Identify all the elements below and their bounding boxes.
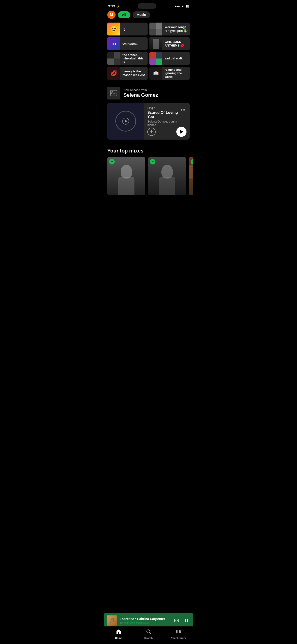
spotify-icon-3 — [192, 160, 194, 163]
new-release-texts: New release from Selena Gomez — [124, 88, 158, 98]
playing-indicator — [184, 27, 188, 31]
quick-item-reading-label: reading and ignoring the world — [162, 68, 190, 79]
new-release-section: New release from Selena Gomez Single Sca… — [104, 84, 194, 143]
svg-point-5 — [110, 160, 114, 163]
release-card-art — [107, 103, 144, 140]
release-bottom — [147, 127, 186, 137]
image-icon — [110, 90, 118, 96]
quick-item-smiley[interactable]: 😊 :') — [107, 22, 148, 36]
release-card[interactable]: Single Scared Of Loving You Selena Gomez… — [107, 103, 190, 140]
quick-item-smiley-art: 😊 — [107, 22, 120, 36]
svg-marker-4 — [180, 130, 183, 134]
quick-item-sad-girl[interactable]: sad girl walk — [150, 52, 190, 65]
quick-item-reading-art: 📖 — [150, 67, 162, 80]
quick-item-money[interactable]: 💋 money is the reason we exist — [107, 67, 148, 80]
svg-rect-0 — [110, 90, 117, 96]
status-icons: ●●● ▲ ▮▯ — [174, 4, 189, 8]
quick-item-on-repeat-art: ∞ — [107, 37, 120, 50]
mix-card-1[interactable] — [107, 157, 145, 195]
status-time: 9:19 — [108, 4, 115, 8]
mix-card-1-img — [107, 157, 145, 195]
mixes-row — [104, 157, 194, 200]
avatar-button[interactable]: M — [107, 10, 116, 19]
quick-item-archer-art — [107, 52, 120, 65]
quick-item-smiley-label: :') — [120, 27, 128, 31]
new-release-artist: Selena Gomez — [124, 92, 158, 98]
svg-point-6 — [151, 160, 154, 163]
spotify-logo-1 — [109, 159, 115, 164]
record-circle — [115, 111, 136, 132]
quick-item-girl-boss[interactable]: GIRL BOSS ANTHEMS 💋 — [150, 37, 190, 50]
quick-item-archer[interactable]: the archer, mirrorball, this is... — [107, 52, 148, 65]
quick-item-sad-label: sad girl walk — [162, 57, 185, 60]
quick-item-workout[interactable]: Workout songs for gym girls 🔥 — [150, 22, 190, 36]
top-mixes-title: Your top mixes — [104, 143, 194, 157]
record-center — [125, 120, 127, 122]
quick-item-money-label: money is the reason we exist — [120, 70, 148, 77]
release-text-block: Single Scared Of Loving You Selena Gomez… — [147, 106, 180, 127]
quick-item-on-repeat-label: On Repeat — [120, 42, 140, 46]
filter-music[interactable]: Music — [132, 11, 150, 18]
status-bar: 9:19 🌙 ●●● ▲ ▮▯ — [104, 0, 194, 10]
release-top: Single Scared Of Loving You Selena Gomez… — [147, 106, 186, 127]
release-type: Single — [147, 106, 180, 110]
quick-item-sad-art — [150, 52, 162, 65]
more-options-button[interactable]: ••• — [180, 106, 186, 114]
spotify-icon — [110, 160, 114, 163]
filter-row: M All Music — [104, 10, 194, 22]
release-title: Scared Of Loving You — [147, 110, 180, 119]
quick-item-reading[interactable]: 📖 reading and ignoring the world — [150, 67, 190, 80]
release-card-info: Single Scared Of Loving You Selena Gomez… — [144, 103, 190, 140]
play-button[interactable] — [176, 127, 186, 137]
new-release-from-label: New release from — [124, 88, 158, 92]
avatar-letter: M — [110, 13, 113, 17]
quick-item-workout-art — [150, 22, 162, 36]
battery-icon: ▮▯ — [186, 4, 189, 8]
plus-icon — [149, 130, 154, 134]
play-icon — [179, 130, 184, 134]
mix-card-2[interactable] — [148, 157, 186, 195]
quick-item-girl-boss-art — [150, 37, 162, 50]
spotify-icon-2 — [151, 160, 154, 163]
spotify-logo-2 — [150, 159, 156, 164]
quick-item-on-repeat[interactable]: ∞ On Repeat — [107, 37, 148, 50]
quick-item-archer-label: the archer, mirrorball, this is... — [120, 53, 148, 64]
add-to-library-button[interactable] — [147, 128, 156, 136]
quick-item-money-art: 💋 — [107, 67, 120, 80]
new-release-header: New release from Selena Gomez — [107, 86, 190, 100]
dynamic-island — [138, 3, 156, 9]
mix-card-3[interactable] — [189, 157, 194, 195]
signal-icon: ●●● — [174, 4, 180, 8]
record-inner — [122, 118, 129, 124]
new-release-icon — [107, 86, 120, 100]
status-moon-icon: 🌙 — [116, 4, 120, 8]
quick-item-girl-boss-label: GIRL BOSS ANTHEMS 💋 — [162, 40, 190, 47]
mix-card-2-img — [148, 157, 186, 195]
filter-all[interactable]: All — [118, 11, 130, 18]
quick-grid: 😊 :') Workout songs for gym girls 🔥 ∞ On… — [104, 22, 194, 84]
release-artists: Selena Gomez, benny blanco — [147, 120, 180, 127]
mix-card-3-img — [189, 157, 194, 195]
wifi-icon: ▲ — [181, 4, 184, 8]
